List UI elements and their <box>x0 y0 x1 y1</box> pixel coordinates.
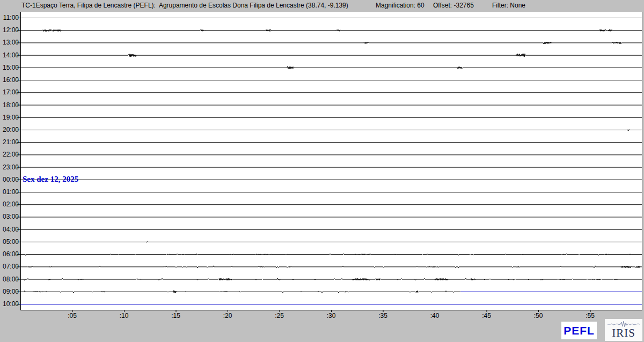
hour-label: 01:00 <box>0 189 19 195</box>
minute-tick-label: :10 <box>120 312 129 319</box>
hour-label: 19:00 <box>0 114 19 121</box>
iris-logo: IRIS <box>605 319 642 341</box>
hour-label: 02:00 <box>0 201 19 207</box>
hour-label: 17:00 <box>0 89 19 95</box>
date-annotation: Sex dez 12, 2025 <box>23 175 78 184</box>
hour-label: 12:00 <box>0 27 19 33</box>
minute-tick-label: :50 <box>534 312 543 319</box>
hour-label: 20:00 <box>0 127 19 133</box>
minute-tick-label: :35 <box>378 312 387 319</box>
minute-tick-label: :55 <box>586 312 595 319</box>
hour-label: 04:00 <box>0 226 19 233</box>
hour-label: 03:00 <box>0 213 19 220</box>
minute-tick-label: :05 <box>68 312 77 319</box>
hour-label: 21:00 <box>0 139 19 145</box>
hour-label: 22:00 <box>0 151 19 158</box>
hour-label: 18:00 <box>0 102 19 108</box>
hour-label: 14:00 <box>0 52 19 58</box>
hour-label: 11:00 <box>0 14 19 21</box>
minute-tick-label: :15 <box>171 312 180 319</box>
minute-tick-label: :45 <box>482 312 491 319</box>
hour-label: 05:00 <box>0 239 19 245</box>
hour-label: 23:00 <box>0 164 19 170</box>
hour-label: 08:00 <box>0 276 19 282</box>
hour-label: 15:00 <box>0 64 19 71</box>
helicorder-screen: TC-1Espaço Terra, Filipa de Lencastre (P… <box>0 0 644 342</box>
hour-label: 07:00 <box>0 263 19 270</box>
iris-logo-text: IRIS <box>612 328 635 339</box>
minute-tick-label: :20 <box>223 312 232 319</box>
pefl-logo: PEFL <box>561 322 597 339</box>
hour-label: 13:00 <box>0 39 19 46</box>
pefl-logo-text: PEFL <box>564 324 595 337</box>
hour-label: 10:00 <box>0 301 19 307</box>
minute-tick-label: :40 <box>430 312 440 319</box>
helicorder-plot[interactable] <box>0 0 644 342</box>
hour-label: 09:00 <box>0 288 19 295</box>
hour-label: 00:00 <box>0 176 19 183</box>
minute-tick-label: :25 <box>275 312 284 319</box>
hour-label: 06:00 <box>0 251 19 257</box>
hour-label: 16:00 <box>0 77 19 83</box>
minute-tick-label: :30 <box>327 312 336 319</box>
